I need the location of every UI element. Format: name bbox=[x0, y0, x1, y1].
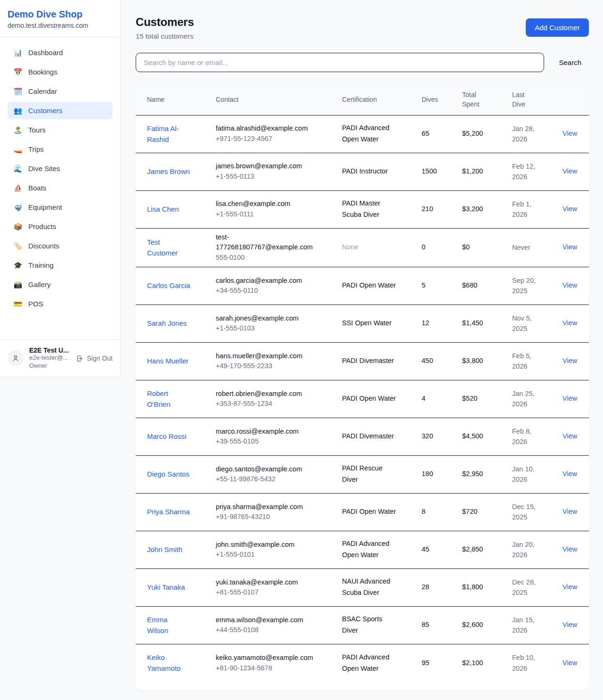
sidebar-item-equipment[interactable]: 🤿Equipment bbox=[8, 198, 113, 216]
view-customer-link[interactable]: View bbox=[562, 395, 577, 402]
avatar bbox=[8, 350, 24, 366]
sidebar-item-discounts[interactable]: 🏷️Discounts bbox=[8, 237, 113, 255]
customer-total-spent: $4,500 bbox=[462, 418, 512, 455]
customer-dives: 12 bbox=[422, 305, 462, 342]
view-customer-link[interactable]: View bbox=[562, 545, 577, 553]
customer-name-link[interactable]: Sarah Jones bbox=[147, 318, 187, 329]
customer-dives: 65 bbox=[422, 115, 462, 153]
search-input[interactable] bbox=[136, 53, 544, 72]
customer-name-link[interactable]: Lisa Chen bbox=[147, 204, 179, 214]
search-button[interactable]: Search bbox=[559, 55, 581, 70]
view-customer-link[interactable]: View bbox=[562, 432, 577, 440]
customer-dives: 210 bbox=[422, 190, 462, 228]
sidebar-item-gallery[interactable]: 📸Gallery bbox=[8, 276, 113, 293]
customer-email: yuki.tanaka@example.com bbox=[216, 577, 320, 588]
search-bar: Search bbox=[136, 53, 589, 72]
customer-certification: PADI Open Water bbox=[342, 506, 399, 518]
customer-certification: PADI Open Water bbox=[342, 280, 399, 291]
view-customer-link[interactable]: View bbox=[562, 167, 577, 175]
sidebar-item-label: Bookings bbox=[28, 68, 57, 76]
customer-email: robert.obrien@example.com bbox=[216, 389, 320, 399]
customer-name-link[interactable]: Hans Mueller bbox=[147, 355, 188, 366]
sidebar-item-training[interactable]: 🎓Training bbox=[8, 256, 113, 274]
customer-name-link[interactable]: Diego Santos bbox=[147, 469, 189, 479]
view-customer-link[interactable]: View bbox=[562, 659, 577, 667]
customer-total-spent: $1,800 bbox=[462, 568, 512, 606]
table-row: Priya Sharmapriya.sharma@example.com+91-… bbox=[136, 493, 589, 531]
customer-name-link[interactable]: Emma Wilson bbox=[147, 614, 190, 636]
customer-name-link[interactable]: Fatima Al-Rashid bbox=[147, 123, 190, 145]
table-row: Yuki Tanakayuki.tanaka@example.com+81-55… bbox=[136, 568, 589, 606]
table-row: Lisa Chenlisa.chen@example.com+1-555-011… bbox=[136, 190, 589, 228]
customer-phone: +49-170-555-2233 bbox=[216, 361, 336, 371]
column-header: Dives bbox=[422, 84, 462, 115]
customer-name-link[interactable]: Keiko Yamamoto bbox=[147, 652, 190, 674]
view-customer-link[interactable]: View bbox=[562, 470, 577, 478]
customer-certification: SSI Open Water bbox=[342, 318, 399, 329]
customer-name-link[interactable]: Robert O'Brien bbox=[147, 388, 190, 410]
sidebar-item-bookings[interactable]: 📅Bookings bbox=[8, 63, 113, 81]
customer-name-link[interactable]: Carlos Garcia bbox=[147, 280, 190, 291]
column-header: Name bbox=[136, 84, 216, 115]
sidebar-item-trips[interactable]: 🚤Trips bbox=[8, 140, 113, 158]
customer-email: sarah.jones@example.com bbox=[216, 313, 320, 324]
sidebar-item-pos[interactable]: 💳POS bbox=[8, 295, 113, 313]
customer-phone: +34-555-0110 bbox=[216, 286, 336, 296]
view-customer-link[interactable]: View bbox=[562, 319, 577, 327]
sidebar-item-tours[interactable]: 🏝️Tours bbox=[8, 121, 113, 139]
view-customer-link[interactable]: View bbox=[562, 243, 577, 251]
view-customer-link[interactable]: View bbox=[562, 205, 577, 213]
sign-out-button[interactable]: Sign Out bbox=[76, 354, 113, 362]
customer-phone: +39-555-0105 bbox=[216, 436, 336, 447]
column-header: Total Spent bbox=[462, 84, 512, 115]
view-customer-link[interactable]: View bbox=[562, 130, 577, 137]
sidebar-item-dive-sites[interactable]: 🌊Dive Sites bbox=[8, 160, 113, 177]
sidebar-item-products[interactable]: 📦Products bbox=[8, 218, 113, 235]
customer-name-link[interactable]: Yuki Tanaka bbox=[147, 582, 185, 593]
brand-link[interactable]: Demo Dive Shop demo.test.divestreams.com bbox=[0, 0, 120, 37]
customer-last-dive: Nov 5, 2025 bbox=[512, 313, 541, 334]
table-row: Fatima Al-Rashidfatima.alrashid@example.… bbox=[136, 115, 589, 153]
sidebar-item-label: Training bbox=[28, 261, 54, 269]
sidebar-item-calendar[interactable]: 🗓️Calendar bbox=[8, 82, 113, 100]
spiral-calendar-icon: 🗓️ bbox=[13, 88, 23, 95]
customer-last-dive: Never bbox=[512, 242, 541, 253]
customer-name-link[interactable]: James Brown bbox=[147, 166, 190, 177]
customer-total-spent: $3,800 bbox=[462, 342, 512, 380]
table-row: Emma Wilsonemma.wilson@example.com+44-55… bbox=[136, 606, 589, 644]
customer-name-link[interactable]: John Smith bbox=[147, 544, 182, 555]
customer-name-link[interactable]: Priya Sharma bbox=[147, 506, 190, 517]
customer-total-spent: $2,100 bbox=[462, 644, 512, 682]
graduation-cap-icon: 🎓 bbox=[13, 262, 23, 269]
view-customer-link[interactable]: View bbox=[562, 583, 577, 591]
customer-name-link[interactable]: Test Customer bbox=[147, 237, 190, 259]
customer-dives: 8 bbox=[422, 493, 462, 531]
sidebar-item-dashboard[interactable]: 📊Dashboard bbox=[8, 44, 113, 61]
customer-phone: +44-555-0108 bbox=[216, 625, 336, 635]
customer-dives: 45 bbox=[422, 531, 462, 568]
customer-count: 15 total customers bbox=[136, 32, 194, 40]
add-customer-button[interactable]: Add Customer bbox=[526, 18, 589, 37]
customers-table: NameContactCertificationDivesTotal Spent… bbox=[136, 84, 589, 682]
customer-last-dive: Feb 10, 2026 bbox=[512, 652, 541, 674]
sidebar-item-customers[interactable]: 👥Customers bbox=[8, 102, 113, 119]
main-content: Customers 15 total customers Add Custome… bbox=[121, 0, 603, 700]
customer-dives: 0 bbox=[422, 228, 462, 267]
customer-certification: PADI Divemaster bbox=[342, 431, 399, 442]
table-row: Marco Rossimarco.rossi@example.com+39-55… bbox=[136, 418, 589, 455]
view-customer-link[interactable]: View bbox=[562, 508, 577, 515]
customer-email: carlos.garcia@example.com bbox=[216, 276, 320, 286]
view-customer-link[interactable]: View bbox=[562, 357, 577, 364]
customer-dives: 95 bbox=[422, 644, 462, 682]
sidebar-item-boats[interactable]: ⛵Boats bbox=[8, 179, 113, 197]
customer-name-link[interactable]: Marco Rossi bbox=[147, 431, 186, 442]
view-customer-link[interactable]: View bbox=[562, 621, 577, 628]
sidebar-item-label: Discounts bbox=[28, 242, 59, 250]
customer-last-dive: Jan 28, 2026 bbox=[512, 124, 541, 145]
view-customer-link[interactable]: View bbox=[562, 281, 577, 289]
customer-phone: +81-90-1234-5678 bbox=[216, 663, 336, 674]
customer-phone: +1-555-0111 bbox=[216, 209, 336, 220]
customer-email: john.smith@example.com bbox=[216, 540, 320, 550]
sidebar-item-label: Dashboard bbox=[28, 49, 63, 57]
customer-dives: 5 bbox=[422, 267, 462, 305]
